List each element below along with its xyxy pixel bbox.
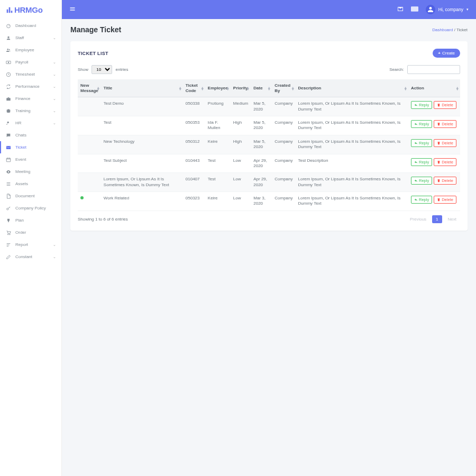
sort-icon: ▴▾ <box>202 86 204 90</box>
sidebar-item-ticket[interactable]: Ticket <box>0 141 61 153</box>
sidebar-item-event[interactable]: Event <box>0 153 61 166</box>
table-header-new-message[interactable]: New Message▴▾ <box>78 79 101 97</box>
sidebar-item-label: Event <box>15 157 56 162</box>
delete-button[interactable]: Delete <box>434 196 456 204</box>
sidebar-item-payroll[interactable]: Payroll⌄ <box>0 56 61 68</box>
table-header-action[interactable]: Action▴▾ <box>408 79 460 97</box>
cell-description: Lorem Ipsum, Or Lipsum As It Is Sometime… <box>296 97 409 116</box>
cell-new <box>78 97 101 116</box>
create-button[interactable]: Create <box>433 49 460 58</box>
delete-button[interactable]: Delete <box>434 158 456 166</box>
delete-button[interactable]: Delete <box>434 120 456 128</box>
pagination-next[interactable]: Next <box>444 215 460 223</box>
svg-point-1 <box>7 36 9 38</box>
user-icon <box>5 35 11 41</box>
reply-button[interactable]: Reply <box>411 196 432 204</box>
sort-icon: ▴▾ <box>405 86 407 90</box>
chevron-down-icon: ⌄ <box>53 97 56 101</box>
page-header: Manage Ticket Dashboard / Ticket <box>62 19 476 38</box>
table-header-created-by[interactable]: Created By▴▾ <box>272 79 295 97</box>
cell-date: Apr 29, 2020 <box>251 173 272 192</box>
person-add-icon <box>5 120 11 126</box>
chevron-down-icon: ⌄ <box>53 36 56 40</box>
sidebar: HRMGo DashboardStaff⌄EmployeePayroll⌄Tim… <box>0 0 62 476</box>
menu-toggle-icon[interactable] <box>69 6 76 13</box>
delete-button[interactable]: Delete <box>434 101 456 109</box>
user-menu[interactable]: Hi, company ▾ <box>426 5 469 14</box>
logo[interactable]: HRMGo <box>0 3 61 20</box>
sidebar-item-label: Payroll <box>15 60 53 65</box>
cell-new <box>78 173 101 192</box>
sidebar-item-assets[interactable]: Assets <box>0 178 61 190</box>
table-header-date[interactable]: Date▴▾ <box>251 79 272 97</box>
reply-button[interactable]: Reply <box>411 120 432 128</box>
sidebar-item-report[interactable]: Report⌄ <box>0 239 61 251</box>
table-row: Test Demo050338ProtiongMediumMar 5, 2020… <box>78 97 460 116</box>
cell-action: Reply Delete <box>408 135 460 154</box>
sidebar-item-chats[interactable]: Chats <box>0 129 61 141</box>
svg-point-8 <box>7 121 8 123</box>
reply-button[interactable]: Reply <box>411 139 432 147</box>
cell-created-by: Company <box>272 116 295 135</box>
table-header-employee[interactable]: Employee▴▾ <box>205 79 231 97</box>
pagination-previous[interactable]: Previous <box>406 215 430 223</box>
sidebar-item-plan[interactable]: Plan <box>0 214 61 226</box>
cell-description: Lorem Ipsum, Or Lipsum As It Is Sometime… <box>296 135 409 154</box>
sidebar-item-label: Training <box>15 108 53 113</box>
sidebar-item-label: Staff <box>15 35 53 40</box>
table-header-priority[interactable]: Priority▴▾ <box>231 79 251 97</box>
table-header-description[interactable]: Description▴▾ <box>296 79 409 97</box>
chat-icon <box>5 132 11 138</box>
reply-button[interactable]: Reply <box>411 158 432 166</box>
sidebar-item-label: HR <box>15 121 53 125</box>
cell-employee: Keire <box>205 192 231 211</box>
sidebar-item-constant[interactable]: Constant⌄ <box>0 251 61 263</box>
sidebar-item-document[interactable]: Document <box>0 190 61 202</box>
chevron-down-icon: ⌄ <box>53 109 56 113</box>
delete-button[interactable]: Delete <box>434 139 456 147</box>
sidebar-item-timesheet[interactable]: Timesheet⌄ <box>0 68 61 80</box>
cell-code: 050312 <box>183 135 205 154</box>
sidebar-item-performance[interactable]: Performance⌄ <box>0 80 61 93</box>
cell-created-by: Company <box>272 154 295 173</box>
sidebar-item-order[interactable]: Order <box>0 226 61 239</box>
breadcrumb: Dashboard / Ticket <box>432 28 468 32</box>
cell-action: Reply Delete <box>408 173 460 192</box>
mail-icon[interactable] <box>397 6 404 13</box>
search-input[interactable] <box>407 65 460 74</box>
table-header-title[interactable]: Title▴▾ <box>101 79 183 97</box>
entries-select[interactable]: 10 <box>91 65 112 74</box>
sidebar-item-meeting[interactable]: Meeting <box>0 166 61 178</box>
sidebar-item-staff[interactable]: Staff⌄ <box>0 32 61 44</box>
svg-rect-9 <box>6 146 10 149</box>
cell-employee: Ida F. Mullen <box>205 116 231 135</box>
language-icon[interactable] <box>411 6 418 13</box>
cell-action: Reply Delete <box>408 154 460 173</box>
bars-icon <box>5 242 11 248</box>
cell-priority: Medium <box>231 97 251 116</box>
delete-button[interactable]: Delete <box>434 177 456 185</box>
sidebar-item-training[interactable]: Training⌄ <box>0 105 61 117</box>
sidebar-item-dashboard[interactable]: Dashboard <box>0 20 61 32</box>
svg-point-12 <box>7 234 8 234</box>
briefcase-icon <box>5 96 11 102</box>
reply-button[interactable]: Reply <box>411 101 432 109</box>
reply-button[interactable]: Reply <box>411 177 432 185</box>
table-row: Test Subject010443TestLowApr 29, 2020Com… <box>78 154 460 173</box>
svg-point-11 <box>6 208 8 209</box>
cell-priority: Low <box>231 192 251 211</box>
cell-new <box>78 135 101 154</box>
table-header-ticket-code[interactable]: Ticket Code▴▾ <box>183 79 205 97</box>
breadcrumb-home[interactable]: Dashboard <box>432 28 453 32</box>
sort-icon: ▴▾ <box>247 86 249 90</box>
cell-title: Test Subject <box>101 154 183 173</box>
sidebar-item-finance[interactable]: Finance⌄ <box>0 93 61 105</box>
tickets-table: New Message▴▾Title▴▾Ticket Code▴▾Employe… <box>78 79 460 211</box>
sidebar-item-label: Performance <box>15 84 53 89</box>
sidebar-item-company-policy[interactable]: Company Policy <box>0 202 61 214</box>
cell-title: Test <box>101 116 183 135</box>
chevron-down-icon: ⌄ <box>53 85 56 89</box>
sidebar-item-employee[interactable]: Employee <box>0 44 61 56</box>
sidebar-item-hr[interactable]: HR⌄ <box>0 117 61 129</box>
pagination-page-1[interactable]: 1 <box>432 215 442 223</box>
